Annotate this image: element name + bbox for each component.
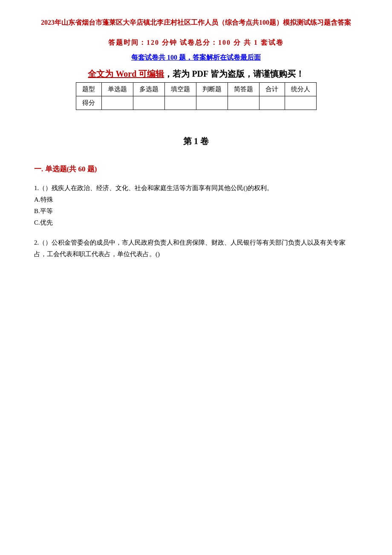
score-fill: [164, 96, 196, 110]
score-table: 题型 单选题 多选题 填空题 判断题 简答题 合计 统分人 得分: [76, 82, 317, 110]
col-fill: 填空题: [164, 82, 196, 96]
word-notice-part2: ，若为 PDF 皆为盗版，请谨慎购买！: [164, 69, 304, 78]
question-1-option-a: A.特殊: [34, 194, 358, 205]
col-judge: 判断题: [196, 82, 228, 96]
page-title: 2023年山东省烟台市蓬莱区大辛店镇北李庄村社区工作人员（综合考点共100题）模…: [34, 17, 358, 28]
col-type: 题型: [76, 82, 101, 96]
col-scorer: 统分人: [285, 82, 316, 96]
exam-info: 答题时间：120 分钟 试卷总分：100 分 共 1 套试卷: [34, 38, 358, 47]
score-short: [228, 96, 259, 110]
section1-header: 一. 单选题(共 60 题): [34, 164, 358, 174]
question-1-option-c: C.优先: [34, 217, 358, 228]
score-table-header-row: 题型 单选题 多选题 填空题 判断题 简答题 合计 统分人: [76, 82, 316, 96]
col-short: 简答题: [228, 82, 259, 96]
score-table-data-row: 得分: [76, 96, 316, 110]
exam-notice: 每套试卷共 100 题，答案解析在试卷最后面: [34, 53, 358, 62]
col-single: 单选题: [101, 82, 133, 96]
volume-label: 第 1 卷: [34, 136, 358, 147]
score-scorer: [285, 96, 316, 110]
word-notice: 全文为 Word 可编辑，若为 PDF 皆为盗版，请谨慎购买！: [34, 68, 358, 80]
score-total: [259, 96, 285, 110]
score-judge: [196, 96, 228, 110]
score-single: [101, 96, 133, 110]
col-multi: 多选题: [133, 82, 164, 96]
word-notice-part1: 全文为 Word 可编辑: [88, 69, 164, 78]
question-2: 2.（）公积金管委会的成员中，市人民政府负责人和住房保障、财政、人民银行等有关部…: [34, 237, 358, 260]
question-1-option-b: B.平等: [34, 205, 358, 217]
question-1-text: 1.（）残疾人在政治、经济、文化、社会和家庭生活等方面享有同其他公民()的权利。: [34, 182, 358, 194]
question-2-text: 2.（）公积金管委会的成员中，市人民政府负责人和住房保障、财政、人民银行等有关部…: [34, 237, 358, 260]
row-score-label: 得分: [76, 96, 101, 110]
score-multi: [133, 96, 164, 110]
question-1: 1.（）残疾人在政治、经济、文化、社会和家庭生活等方面享有同其他公民()的权利。…: [34, 182, 358, 228]
col-total: 合计: [259, 82, 285, 96]
